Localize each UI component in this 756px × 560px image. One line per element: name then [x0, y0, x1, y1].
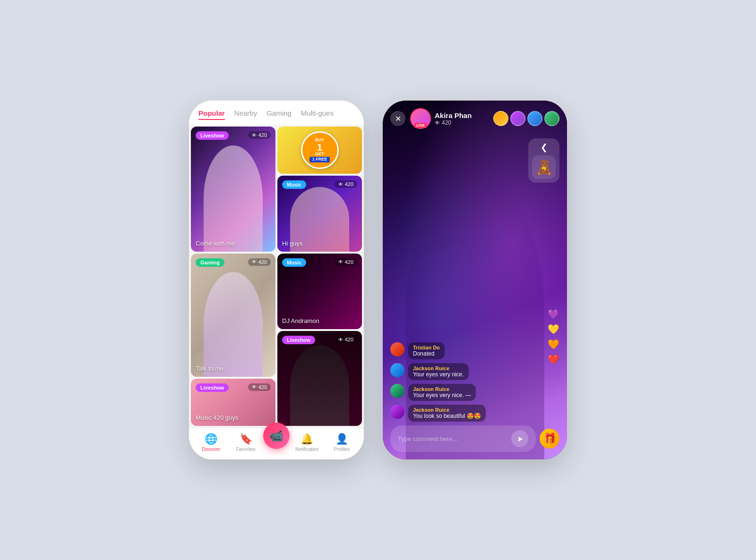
tabs-bar: Popular Nearby Gaming Multi-gues	[189, 101, 364, 125]
chat-bubble-2: Jackson Ruice Your eyes very nice.	[408, 363, 469, 380]
gift-arrow-icon[interactable]: ❮	[541, 142, 548, 153]
tab-nearby[interactable]: Nearby	[234, 109, 257, 120]
host-name: Akira Phan	[435, 111, 493, 119]
close-button[interactable]: ✕	[390, 111, 405, 126]
chat-username-4: Jackson Ruice	[413, 407, 481, 413]
card-promo[interactable]: BUY 1 GET 1 FREE	[277, 127, 362, 174]
bear-icon: 🧸	[535, 159, 553, 176]
gift-button[interactable]: 🎁	[540, 429, 559, 449]
eye-icon-3: 👁	[338, 182, 343, 187]
send-icon: ➤	[517, 434, 523, 443]
card-liveshow-music420[interactable]: Liveshow 👁 420 Music 420 guys	[191, 379, 275, 426]
chat-avatar-1	[390, 342, 404, 356]
floating-emojis: 💜 💛 🧡 ❤️	[548, 308, 559, 365]
chat-text-2: Your eyes very nice.	[413, 371, 464, 378]
viewer-avatar-2	[510, 111, 525, 126]
app-container: Popular Nearby Gaming Multi-gues Livesho…	[170, 82, 586, 478]
tab-multigues[interactable]: Multi-gues	[301, 109, 334, 120]
card-liveshow-comewithme[interactable]: Liveshow 👁 420 Come with me	[191, 127, 275, 252]
card-title-1: Come with me	[196, 240, 235, 247]
viewer-avatar-3	[527, 111, 542, 126]
discover-icon: 🌐	[205, 433, 217, 445]
card-title-7: Music 420 guys	[196, 414, 238, 421]
chat-bubble-4: Jackson Ruice You look so beautiful 😍😍	[408, 405, 486, 422]
host-avatar: LIVE	[410, 108, 431, 129]
bottom-nav: 🌐 Discover 🔖 Favorites 📹 🔔 Notification …	[189, 428, 364, 459]
tab-gaming[interactable]: Gaming	[266, 109, 292, 120]
chat-username-3: Jackson Ruice	[413, 386, 471, 392]
chat-overlay: Tristian Do Donated Jackson Ruice Your e…	[390, 342, 529, 422]
chat-avatar-4	[390, 405, 404, 419]
card-views-7: 👁 420	[248, 383, 271, 391]
notification-icon: 🔔	[301, 433, 313, 445]
viewer-avatars	[493, 111, 559, 126]
chat-username-1: Tristian Do	[413, 345, 440, 350]
chat-text-4: You look so beautiful 😍😍	[413, 413, 481, 419]
viewer-avatar-4	[544, 111, 559, 126]
eye-icon-4: 👁	[252, 259, 257, 264]
chat-text-1: Donated	[413, 350, 440, 357]
card-views-6: 👁 420	[335, 336, 357, 343]
nav-label-profiles: Profiles	[334, 447, 350, 452]
badge-liveshow-1: Liveshow	[196, 131, 229, 140]
comment-placeholder: Type comment here...	[398, 435, 457, 442]
nav-label-favorites: Favorites	[236, 447, 256, 452]
gift-panel: ❮ 🧸	[528, 138, 559, 183]
card-views-5: 👁 420	[335, 258, 357, 266]
card-music-higuys[interactable]: Music 👁 420 Hi guys	[277, 176, 362, 251]
eye-icon-7: 👁	[252, 384, 257, 390]
nav-item-discover[interactable]: 🌐 Discover	[194, 433, 229, 452]
close-icon: ✕	[395, 114, 401, 123]
nav-item-profiles[interactable]: 👤 Profiles	[325, 433, 360, 452]
chat-avatar-3	[390, 384, 404, 398]
record-button[interactable]: 📹	[263, 423, 290, 449]
card-views-4: 👁 420	[248, 258, 271, 266]
chat-text-3: Your eyes very nice. —	[413, 392, 471, 399]
host-eye-icon: 👁	[435, 120, 440, 126]
host-views: 👁 420	[435, 119, 493, 126]
comment-input-area[interactable]: Type comment here... ➤	[390, 425, 536, 452]
emoji-red-heart: ❤️	[548, 354, 559, 365]
badge-music-1: Music	[282, 180, 306, 189]
gift-icon: 🎁	[543, 433, 556, 445]
badge-music-2: Music	[282, 258, 306, 267]
host-info: Akira Phan 👁 420	[435, 111, 493, 126]
card-views-3: 👁 420	[335, 180, 357, 188]
left-screen: Popular Nearby Gaming Multi-gues Livesho…	[189, 101, 364, 459]
card-liveshow-2[interactable]: Liveshow 👁 420	[277, 331, 362, 426]
chat-bubble-1: Tristian Do Donated	[408, 342, 445, 359]
live-header: ✕ LIVE Akira Phan 👁 420	[383, 101, 567, 133]
content-grid: Liveshow 👁 420 Come with me BUY 1 GET 1 …	[189, 125, 364, 428]
chat-bubble-3: Jackson Ruice Your eyes very nice. —	[408, 384, 476, 401]
card-gaming-talktome[interactable]: Gaming 👁 420 Talk to me	[191, 254, 275, 377]
eye-icon-1: 👁	[252, 133, 257, 138]
chat-message-1: Tristian Do Donated	[390, 342, 529, 359]
chat-message-3: Jackson Ruice Your eyes very nice. —	[390, 384, 529, 401]
comment-bar: Type comment here... ➤ 🎁	[390, 425, 559, 452]
emoji-yellow-heart: 💛	[548, 323, 559, 335]
card-title-3: Hi guys	[282, 240, 302, 247]
buy-badge: BUY 1 GET 1 FREE	[301, 131, 339, 169]
card-title-4: Talk to me	[196, 365, 223, 372]
gift-panel-inner: ❮ 🧸	[528, 138, 559, 183]
send-button[interactable]: ➤	[511, 430, 528, 447]
badge-liveshow-3: Liveshow	[196, 383, 229, 392]
chat-username-2: Jackson Ruice	[413, 365, 464, 371]
card-music-djandro[interactable]: Music 👁 420 DJ Andramon	[277, 254, 362, 329]
profiles-icon: 👤	[335, 433, 348, 445]
right-screen: ✕ LIVE Akira Phan 👁 420	[383, 101, 567, 459]
tab-popular[interactable]: Popular	[198, 109, 225, 120]
nav-item-notification[interactable]: 🔔 Notification	[290, 433, 325, 452]
nav-label-notification: Notification	[295, 447, 318, 452]
left-phone: Popular Nearby Gaming Multi-gues Livesho…	[189, 101, 364, 459]
gift-bear[interactable]: 🧸	[532, 155, 556, 179]
right-phone: ✕ LIVE Akira Phan 👁 420	[383, 101, 567, 459]
badge-gaming-1: Gaming	[196, 258, 224, 267]
nav-label-discover: Discover	[202, 447, 220, 452]
nav-item-favorites[interactable]: 🔖 Favorites	[229, 433, 264, 452]
favorites-icon: 🔖	[240, 433, 252, 445]
emoji-purple-heart: 💜	[548, 308, 559, 320]
badge-liveshow-2: Liveshow	[282, 336, 315, 344]
emoji-orange-heart: 🧡	[548, 339, 559, 350]
live-badge: LIVE	[414, 123, 427, 128]
